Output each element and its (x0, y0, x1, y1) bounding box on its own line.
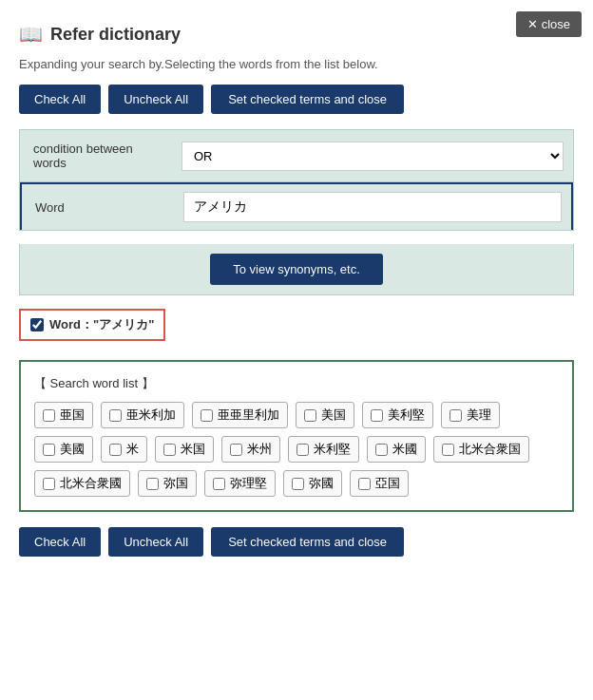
list-item[interactable]: 米州 (221, 436, 280, 463)
list-header: 【 Search word list 】 (34, 375, 559, 392)
list-item[interactable]: 米国 (155, 436, 214, 463)
word-tag-label: 弥國 (309, 475, 334, 492)
check-all-button-bottom[interactable]: Check All (19, 527, 101, 557)
search-word-list: 【 Search word list 】 亜国亜米利加亜亜里利加美国美利堅美理美… (19, 360, 574, 512)
list-item[interactable]: 亞国 (350, 470, 409, 497)
word-input-wrap (174, 184, 571, 230)
set-and-close-button-top[interactable]: Set checked terms and close (211, 85, 404, 114)
word-tag-checkbox[interactable] (304, 409, 316, 422)
word-tag-label: 北米合衆国 (459, 441, 521, 458)
form-section: condition betweenwords OR AND Word (19, 129, 574, 231)
word-tag-checkbox[interactable] (43, 444, 55, 456)
list-item[interactable]: 美理 (441, 402, 500, 428)
word-tag-checkbox[interactable] (163, 444, 176, 456)
modal-container: ✕ close 📖 Refer dictionary Expanding you… (0, 0, 593, 700)
word-tag-label: 亜国 (60, 407, 85, 424)
list-item[interactable]: 亜亜里利加 (192, 402, 288, 428)
word-tag-label: 亞国 (375, 475, 400, 492)
word-tag-checkbox[interactable] (371, 409, 383, 422)
list-item[interactable]: 亜国 (34, 402, 93, 428)
list-item[interactable]: 北米合衆国 (433, 436, 529, 463)
word-checked-row[interactable]: Word："アメリカ" (19, 309, 165, 341)
word-tag-checkbox[interactable] (358, 478, 371, 490)
synonym-row: To view synonyms, etc. (19, 244, 574, 295)
list-item[interactable]: 米 (101, 436, 147, 463)
list-item[interactable]: 北米合衆國 (34, 470, 130, 497)
check-all-button-top[interactable]: Check All (19, 85, 101, 114)
word-tag-checkbox[interactable] (296, 444, 309, 456)
list-item[interactable]: 弥国 (138, 470, 197, 497)
list-item[interactable]: 米利堅 (288, 436, 359, 463)
word-checked-label: Word："アメリカ" (49, 316, 154, 333)
modal-title: Refer dictionary (50, 25, 181, 45)
uncheck-all-button-top[interactable]: Uncheck All (108, 85, 203, 114)
word-tag-label: 亜米利加 (126, 407, 176, 424)
word-tag-checkbox[interactable] (201, 409, 213, 422)
word-tag-checkbox[interactable] (109, 409, 122, 422)
list-item[interactable]: 美利堅 (362, 402, 433, 428)
word-tag-label: 米國 (392, 441, 417, 458)
list-item[interactable]: 美国 (296, 402, 354, 428)
word-tag-checkbox[interactable] (146, 478, 159, 490)
list-item[interactable]: 亜米利加 (101, 402, 184, 428)
word-tag-checkbox[interactable] (230, 444, 242, 456)
close-button[interactable]: ✕ close (516, 11, 582, 37)
word-tag-label: 弥理堅 (230, 475, 267, 492)
word-tag-checkbox[interactable] (292, 478, 304, 490)
word-tag-label: 北米合衆國 (60, 475, 122, 492)
word-tag-checkbox[interactable] (109, 444, 122, 456)
word-tag-checkbox[interactable] (43, 478, 55, 490)
word-label-container: Word："アメリカ" (19, 309, 574, 350)
word-main-checkbox[interactable] (30, 318, 44, 331)
word-tag-checkbox[interactable] (375, 444, 388, 456)
word-tag-label: 美国 (321, 407, 346, 424)
word-tag-checkbox[interactable] (213, 478, 225, 490)
dictionary-icon: 📖 (19, 23, 43, 46)
top-toolbar: Check All Uncheck All Set checked terms … (19, 85, 574, 114)
condition-select[interactable]: OR AND (182, 142, 564, 171)
list-item[interactable]: 弥國 (283, 470, 342, 497)
subtitle-text: Expanding your search by.Selecting the w… (19, 57, 574, 71)
word-row: Word (20, 182, 573, 230)
set-and-close-button-bottom[interactable]: Set checked terms and close (211, 527, 404, 557)
word-tag-label: 美國 (60, 441, 85, 458)
list-item[interactable]: 弥理堅 (204, 470, 276, 497)
word-tag-label: 米州 (247, 441, 272, 458)
word-input[interactable] (183, 192, 562, 222)
word-tag-checkbox[interactable] (442, 444, 454, 456)
list-item[interactable]: 米國 (367, 436, 426, 463)
condition-row: condition betweenwords OR AND (20, 130, 573, 182)
word-tags-container: 亜国亜米利加亜亜里利加美国美利堅美理美國米米国米州米利堅米國北米合衆国北米合衆國… (34, 402, 559, 497)
synonym-button[interactable]: To view synonyms, etc. (210, 254, 383, 285)
word-tag-label: 米国 (181, 441, 205, 458)
word-tag-label: 亜亜里利加 (218, 407, 279, 424)
word-tag-label: 米利堅 (314, 441, 351, 458)
word-tag-checkbox[interactable] (43, 409, 55, 422)
word-tag-label: 美理 (467, 407, 491, 424)
title-row: 📖 Refer dictionary (19, 23, 574, 46)
word-label: Word (22, 189, 174, 226)
list-item[interactable]: 美國 (34, 436, 93, 463)
word-tag-label: 弥国 (163, 475, 188, 492)
condition-label: condition betweenwords (20, 130, 172, 181)
condition-select-wrap: OR AND (172, 134, 573, 179)
word-tag-label: 米 (126, 441, 139, 458)
word-tag-label: 美利堅 (388, 407, 425, 424)
bottom-toolbar: Check All Uncheck All Set checked terms … (19, 527, 574, 557)
uncheck-all-button-bottom[interactable]: Uncheck All (108, 527, 203, 557)
word-tag-checkbox[interactable] (450, 409, 462, 422)
